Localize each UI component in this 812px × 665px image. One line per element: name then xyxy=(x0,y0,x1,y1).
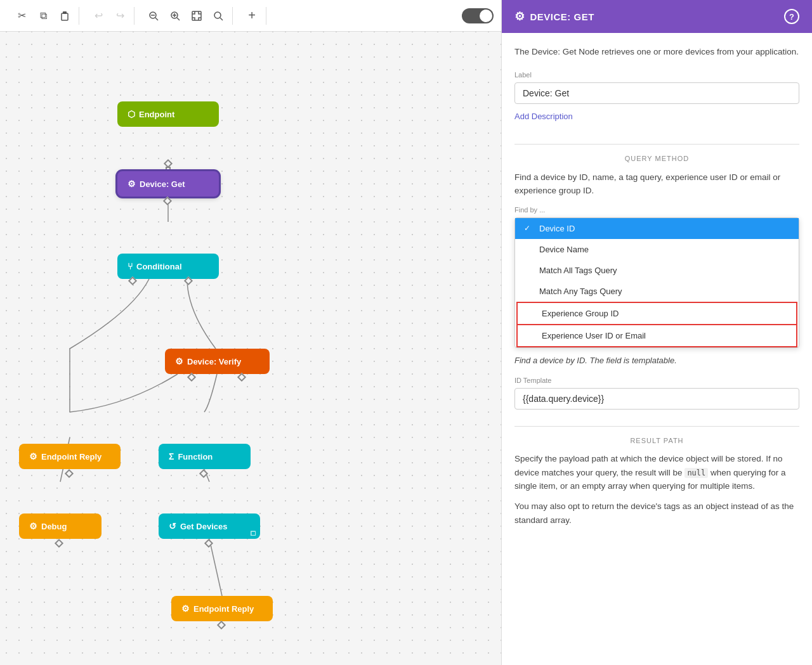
connector-verify-right xyxy=(237,373,246,382)
history-tools: ↩ ↪ xyxy=(84,7,134,25)
find-by-label: Find by ... xyxy=(514,206,799,214)
result-path-desc: Specify the payload path at which the de… xyxy=(514,452,799,493)
toggle-switch[interactable]: ⚙ xyxy=(462,8,494,23)
dropdown-item-exp-group[interactable]: Experience Group ID xyxy=(516,302,797,325)
svg-point-10 xyxy=(214,12,221,18)
redo-button[interactable]: ↪ xyxy=(111,7,129,25)
node-debug[interactable]: ⚙ Debug xyxy=(19,513,102,539)
label-input[interactable] xyxy=(514,82,799,104)
node-endpoint-reply-left[interactable]: ⚙ Endpoint Reply xyxy=(19,444,121,469)
function-label: Function xyxy=(178,452,213,462)
check-icon: ✓ xyxy=(524,224,534,233)
conditional-label: Conditional xyxy=(136,262,182,271)
find-by-description: Find a device by ID. The field is templa… xyxy=(514,354,799,367)
divider-1 xyxy=(514,144,799,145)
endpoint-reply-bottom-label: Endpoint Reply xyxy=(193,604,254,614)
dropdown-item-exp-user[interactable]: Experience User ID or Email xyxy=(516,325,797,347)
node-endpoint[interactable]: ⬡ Endpoint xyxy=(117,101,219,127)
toolbar: ✂ ⧉ ↩ ↪ + xyxy=(0,0,501,32)
id-template-label: ID Template xyxy=(514,377,799,384)
add-node-button[interactable]: + xyxy=(243,7,261,25)
query-description: Find a device by ID, name, a tag query, … xyxy=(514,171,799,197)
cut-button[interactable]: ✂ xyxy=(13,7,30,25)
node-get-devices[interactable]: ↺ Get Devices ⧠ xyxy=(159,513,260,539)
node-canvas: ⬡ Endpoint ⚙ Device: Get ⑂ Conditional ⚙… xyxy=(0,38,501,665)
dropdown-item-exp-user-label: Experience User ID or Email xyxy=(542,331,646,340)
result-path-title: RESULT PATH xyxy=(514,437,799,444)
panel-title: ⚙ DEVICE: GET xyxy=(514,10,594,23)
dropdown-item-device-name-label: Device Name xyxy=(539,245,589,254)
view-tools xyxy=(140,7,233,25)
svg-line-11 xyxy=(220,18,223,20)
debug-icon: ⚙ xyxy=(29,521,37,531)
panel-header-icon: ⚙ xyxy=(514,10,525,23)
paste-button[interactable] xyxy=(56,7,74,25)
search-canvas-button[interactable] xyxy=(209,7,227,25)
endpoint-icon: ⬡ xyxy=(128,109,135,119)
canvas-panel: ✂ ⧉ ↩ ↪ + xyxy=(0,0,501,665)
dropdown-item-exp-group-label: Experience Group ID xyxy=(542,309,619,318)
fit-button[interactable] xyxy=(188,7,206,25)
connector-gd-out xyxy=(204,539,213,548)
edit-tools: ✂ ⧉ xyxy=(8,7,79,25)
debug-label: Debug xyxy=(41,522,67,531)
device-verify-label: Device: Verify xyxy=(187,357,241,366)
result-path-desc-2: You may also opt to return the device's … xyxy=(514,500,799,527)
node-endpoint-reply-bottom[interactable]: ⚙ Endpoint Reply xyxy=(171,596,273,621)
multi-output-icon: ⧠ xyxy=(250,530,256,537)
query-method-title: QUERY METHOD xyxy=(514,155,799,162)
dropdown-item-device-id[interactable]: ✓ Device ID xyxy=(515,218,799,239)
endpoint-label: Endpoint xyxy=(139,110,174,119)
id-template-input[interactable] xyxy=(514,388,799,410)
connector-debug-out xyxy=(55,539,63,548)
device-verify-icon: ⚙ xyxy=(175,356,183,366)
svg-line-16 xyxy=(209,539,222,596)
node-function[interactable]: Σ Function xyxy=(159,444,251,469)
copy-button[interactable]: ⧉ xyxy=(34,7,52,25)
connector-epl-out xyxy=(65,469,74,478)
endpoint-reply-left-label: Endpoint Reply xyxy=(41,452,102,462)
null-code: null xyxy=(684,468,708,478)
find-by-dropdown-menu[interactable]: ✓ Device ID Device Name Match All Tags Q… xyxy=(514,217,799,348)
connector-function-out xyxy=(199,469,208,478)
svg-line-6 xyxy=(177,18,180,20)
endpoint-reply-bottom-icon: ⚙ xyxy=(181,604,190,614)
divider-2 xyxy=(514,426,799,427)
find-by-dropdown-container: ✓ Device ID Device Name Match All Tags Q… xyxy=(514,217,799,348)
node-conditional[interactable]: ⑂ Conditional xyxy=(117,254,219,279)
endpoint-reply-left-icon: ⚙ xyxy=(29,451,37,462)
connector-erb-out xyxy=(217,621,226,629)
node-device-verify[interactable]: ⚙ Device: Verify xyxy=(165,349,270,374)
get-devices-icon: ↺ xyxy=(169,521,176,531)
zoom-in-button[interactable] xyxy=(166,7,184,25)
get-devices-label: Get Devices xyxy=(180,522,227,531)
connector-device-get-out xyxy=(163,197,172,205)
intro-text: The Device: Get Node retrieves one or mo… xyxy=(514,46,799,58)
device-get-label: Device: Get xyxy=(140,179,185,189)
dropdown-item-match-any-tags[interactable]: Match Any Tags Query xyxy=(515,281,799,302)
panel-header: ⚙ DEVICE: GET ? xyxy=(502,0,812,33)
add-description-link[interactable]: Add Description xyxy=(514,112,573,121)
node-device-get[interactable]: ⚙ Device: Get xyxy=(117,171,219,197)
svg-rect-0 xyxy=(62,13,68,20)
dropdown-item-device-name[interactable]: Device Name xyxy=(515,239,799,260)
zoom-out-button[interactable] xyxy=(145,7,162,25)
dropdown-item-match-all-tags[interactable]: Match All Tags Query xyxy=(515,260,799,281)
device-get-icon: ⚙ xyxy=(128,179,136,189)
conditional-icon: ⑂ xyxy=(128,261,133,271)
connector-verify-left xyxy=(187,373,196,382)
dropdown-item-device-id-label: Device ID xyxy=(539,224,575,233)
dropdown-item-match-any-label: Match Any Tags Query xyxy=(539,287,622,296)
function-icon: Σ xyxy=(169,451,174,462)
help-button[interactable]: ? xyxy=(784,9,799,24)
svg-rect-9 xyxy=(192,11,201,20)
undo-button[interactable]: ↩ xyxy=(89,7,107,25)
svg-rect-1 xyxy=(63,11,67,14)
panel-title-text: DEVICE: GET xyxy=(530,11,594,22)
right-panel: ⚙ DEVICE: GET ? The Device: Get Node ret… xyxy=(501,0,812,665)
add-tools: + xyxy=(238,7,266,25)
svg-line-3 xyxy=(155,18,158,20)
panel-body: The Device: Get Node retrieves one or mo… xyxy=(502,33,812,665)
dropdown-item-match-all-label: Match All Tags Query xyxy=(539,266,617,275)
label-field-label: Label xyxy=(514,71,799,79)
